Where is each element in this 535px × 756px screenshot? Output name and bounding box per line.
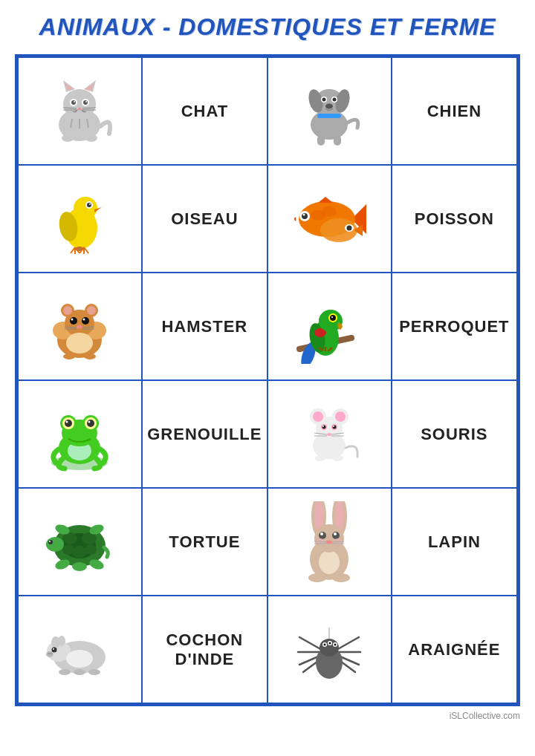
svg-point-134 [72,562,87,571]
cell-label-oiseau: OISEAU [142,165,268,273]
svg-point-167 [59,669,71,675]
svg-point-69 [70,317,77,325]
cell-label-chat: CHAT [142,57,268,165]
svg-point-149 [326,540,332,544]
svg-rect-32 [317,135,325,146]
svg-point-121 [315,455,325,461]
cell-image-chien [268,57,392,165]
svg-point-47 [75,247,84,251]
svg-point-70 [82,317,89,325]
svg-point-28 [322,97,326,101]
cell-image-chat [18,57,142,165]
svg-point-130 [46,537,64,552]
svg-point-122 [333,455,343,461]
svg-point-58 [347,225,352,230]
svg-point-161 [58,636,65,646]
cell-image-lapin [268,488,392,596]
svg-point-113 [333,425,337,428]
svg-line-175 [337,637,359,650]
svg-point-64 [66,333,93,353]
svg-point-79 [84,353,96,359]
svg-point-88 [331,316,333,318]
svg-point-102 [66,420,68,423]
cell-image-souris [268,380,392,488]
svg-point-112 [322,425,326,428]
cell-label-poisson: POISSON [392,165,517,273]
svg-point-103 [88,420,91,423]
cell-label-lapin: LAPIN [392,488,517,596]
cell-image-araignee [268,596,392,703]
svg-point-73 [77,325,82,328]
svg-point-87 [330,315,336,321]
svg-point-78 [63,353,75,359]
svg-point-157 [332,573,350,582]
cell-label-cochon-dinde: COCHON D'INDE [142,596,268,703]
svg-point-163 [53,648,54,650]
svg-rect-31 [317,114,341,118]
svg-point-168 [74,669,85,675]
cell-image-poisson [268,165,392,273]
svg-point-72 [83,318,85,320]
svg-point-109 [335,411,346,422]
footer-credit: iSLCollective.com [15,711,520,721]
svg-point-108 [313,411,323,422]
svg-point-67 [63,306,72,315]
svg-point-30 [325,103,333,108]
svg-point-71 [71,318,74,320]
svg-point-166 [51,652,53,654]
svg-point-127 [72,546,87,558]
svg-point-185 [329,642,331,644]
svg-point-116 [327,433,331,436]
cell-label-grenouille: GRENOUILLE [142,380,268,488]
svg-point-11 [85,101,87,102]
svg-point-162 [52,647,57,652]
svg-point-10 [74,101,75,102]
cell-label-tortue: TORTUE [142,488,268,596]
svg-marker-52 [318,197,333,203]
svg-point-100 [65,420,72,427]
svg-point-165 [48,652,51,654]
svg-point-20 [62,134,74,142]
svg-point-128 [62,544,74,555]
svg-point-55 [303,213,305,215]
svg-point-144 [314,524,344,553]
svg-point-131 [48,540,53,544]
svg-point-186 [334,643,337,645]
svg-point-114 [322,426,324,427]
svg-line-171 [299,637,322,650]
svg-point-68 [87,306,96,315]
svg-point-35 [74,197,97,219]
cell-label-araignee: ARAIGNÉE [392,596,517,703]
svg-rect-33 [334,135,341,146]
svg-point-38 [87,203,91,207]
svg-point-39 [89,203,91,205]
svg-point-148 [334,532,337,535]
page-title: ANIMAUX - DOMESTIQUES ET FERME [39,13,496,41]
cell-image-tortue [18,488,142,596]
svg-point-21 [85,134,97,142]
svg-point-184 [324,643,326,645]
cell-image-hamster [18,273,142,380]
cell-label-chien: CHIEN [392,57,517,165]
svg-point-29 [333,97,337,101]
svg-point-9 [83,100,88,105]
svg-point-132 [49,541,51,542]
cell-image-oiseau [18,165,142,273]
svg-point-169 [88,669,100,675]
cell-label-perroquet: PERROQUET [392,273,517,380]
svg-point-170 [66,650,93,668]
svg-point-115 [333,426,334,427]
cell-image-perroquet [268,273,392,380]
svg-point-101 [87,420,94,427]
cell-image-grenouille [18,380,142,488]
cell-label-hamster: HAMSTER [142,273,268,380]
cell-label-souris: SOURIS [392,380,517,488]
svg-point-129 [85,544,97,555]
animal-grid: CHAT CHIEN [15,54,520,706]
cell-image-cochon-dinde [18,596,142,703]
svg-point-1 [63,89,96,119]
svg-point-51 [322,206,337,217]
svg-point-156 [308,573,326,582]
svg-point-147 [320,532,323,535]
svg-point-8 [71,100,76,105]
